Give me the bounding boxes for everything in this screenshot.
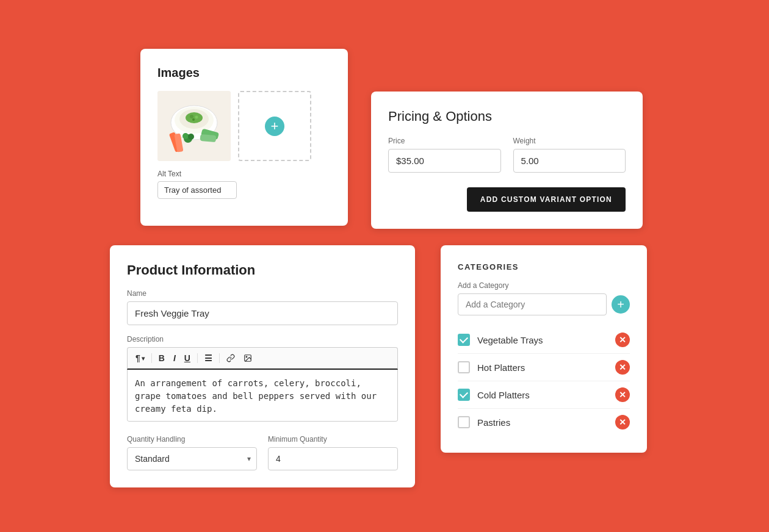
weight-field-group: Weight: [513, 137, 626, 173]
pricing-card: Pricing & Options Price Weight ADD CUSTO…: [371, 92, 643, 229]
add-category-button[interactable]: +: [612, 295, 630, 314]
category-item: Vegetable Trays ✕: [458, 326, 630, 354]
alt-text-label: Alt Text: [157, 170, 331, 178]
name-input[interactable]: [127, 301, 398, 325]
categories-card: CATEGORIES Add a Category + Vegetable Tr…: [441, 245, 647, 453]
category-name: Vegetable Trays: [477, 335, 615, 345]
description-section: Description ¶ ▾ B I U ☰: [127, 335, 398, 424]
remove-category-btn[interactable]: ✕: [615, 332, 630, 347]
add-image-icon: +: [265, 117, 284, 136]
toolbar-divider-2: [197, 353, 198, 363]
toolbar-divider-1: [151, 353, 152, 363]
svg-point-7: [192, 118, 195, 121]
italic-btn[interactable]: I: [170, 351, 179, 365]
remove-category-btn[interactable]: ✕: [615, 415, 630, 430]
images-row: +: [157, 91, 331, 161]
category-checkbox-pastries[interactable]: [458, 416, 470, 428]
qty-handling-group: Quantity Handling Standard Custom ▾: [127, 435, 257, 470]
svg-point-13: [182, 133, 189, 139]
svg-rect-11: [200, 134, 217, 142]
add-category-label: Add a Category: [458, 281, 630, 290]
underline-btn[interactable]: U: [181, 351, 193, 365]
product-card: Product Information Name Description ¶ ▾…: [110, 245, 415, 487]
category-item: Hot Platters ✕: [458, 354, 630, 381]
min-qty-group: Minimum Quantity: [268, 435, 398, 470]
description-label: Description: [127, 335, 398, 343]
min-qty-label: Minimum Quantity: [268, 435, 398, 444]
bottom-fields: Quantity Handling Standard Custom ▾ Mini…: [127, 435, 398, 470]
svg-point-6: [195, 116, 198, 119]
pricing-fields-row: Price Weight: [388, 137, 626, 173]
remove-category-btn[interactable]: ✕: [615, 360, 630, 375]
product-image-thumb[interactable]: [157, 91, 231, 161]
categories-title: CATEGORIES: [458, 262, 630, 271]
category-item: Cold Platters ✕: [458, 381, 630, 409]
add-category-row: +: [458, 293, 630, 315]
category-checkbox-cold-platters[interactable]: [458, 389, 470, 401]
list-btn[interactable]: ☰: [201, 351, 215, 365]
qty-handling-select-wrapper: Standard Custom ▾: [127, 447, 257, 470]
images-card: Images: [140, 49, 348, 226]
link-btn[interactable]: [223, 352, 238, 364]
svg-point-4: [186, 112, 203, 123]
svg-point-14: [188, 134, 194, 140]
category-name: Pastries: [477, 417, 615, 428]
alt-text-input[interactable]: [157, 181, 237, 199]
paragraph-btn[interactable]: ¶ ▾: [132, 351, 148, 365]
category-list: Vegetable Trays ✕ Hot Platters ✕ Cold Pl…: [458, 326, 630, 436]
description-toolbar: ¶ ▾ B I U ☰: [127, 347, 398, 370]
svg-point-16: [246, 356, 247, 358]
qty-handling-select[interactable]: Standard Custom: [127, 447, 257, 470]
toolbar-divider-3: [219, 353, 220, 363]
image-insert-btn[interactable]: [240, 352, 255, 364]
add-image-slot[interactable]: +: [238, 91, 311, 161]
category-name: Hot Platters: [477, 362, 615, 373]
name-label: Name: [127, 289, 398, 298]
price-label: Price: [388, 137, 501, 145]
svg-point-5: [190, 115, 193, 118]
price-input[interactable]: [388, 149, 501, 173]
bold-btn[interactable]: B: [156, 351, 168, 365]
min-qty-input[interactable]: [268, 447, 398, 470]
category-checkbox-hot-platters[interactable]: [458, 361, 470, 373]
description-textarea[interactable]: [127, 370, 398, 422]
product-title: Product Information: [127, 262, 398, 278]
category-checkbox-vegetable-trays[interactable]: [458, 334, 470, 346]
remove-category-btn[interactable]: ✕: [615, 387, 630, 402]
category-item: Pastries ✕: [458, 409, 630, 436]
images-title: Images: [157, 66, 331, 80]
pricing-title: Pricing & Options: [388, 109, 626, 124]
qty-handling-label: Quantity Handling: [127, 435, 257, 444]
add-variant-button[interactable]: ADD CUSTOM VARIANT OPTION: [467, 187, 626, 212]
category-name: Cold Platters: [477, 390, 615, 400]
price-field-group: Price: [388, 137, 501, 173]
add-category-input[interactable]: [458, 293, 607, 315]
weight-label: Weight: [513, 137, 626, 145]
weight-input[interactable]: [513, 149, 626, 173]
